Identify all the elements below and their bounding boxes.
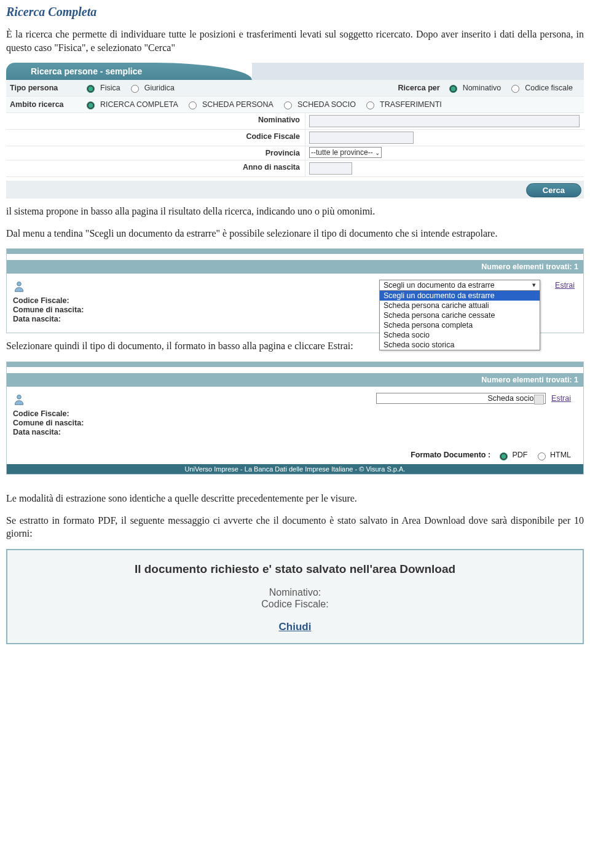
provincia-select[interactable]: --tutte le province-- ⌄ xyxy=(309,147,382,158)
ricerca-per-nominativo-radio[interactable] xyxy=(449,85,457,93)
chevron-down-icon: ⌄ xyxy=(537,395,542,402)
formato-html-radio[interactable] xyxy=(538,452,546,460)
tipo-fisica-label: Fisica xyxy=(100,84,120,92)
dropdown-option[interactable]: Scheda socio xyxy=(380,330,540,340)
svg-point-0 xyxy=(17,282,22,286)
formato-pdf-radio[interactable] xyxy=(500,452,508,460)
cf-label: Codice Fiscale xyxy=(6,130,305,146)
cf-input[interactable] xyxy=(309,132,414,144)
anno-input[interactable] xyxy=(309,162,352,175)
download-nominativo: Nominativo: xyxy=(32,587,558,598)
ambito-scheda-label: SCHEDA PERSONA xyxy=(202,100,273,109)
document-type-select[interactable]: Scheda socio ⌄ xyxy=(376,393,546,404)
ambito-trasf-label: TRASFERIMENTI xyxy=(380,100,442,109)
cf-display-label: Codice Fiscale: xyxy=(13,409,228,418)
comune-display-label: Comune di nascita: xyxy=(13,419,228,427)
tipo-persona-label: Tipo persona xyxy=(10,84,84,92)
ambito-completa-radio[interactable] xyxy=(87,101,95,109)
formato-html-label: HTML xyxy=(550,451,571,459)
chevron-down-icon: ⌄ xyxy=(375,149,380,156)
nominativo-label: Nominativo xyxy=(6,113,305,129)
paragraph: È la ricerca che permette di individuare… xyxy=(6,28,584,54)
ambito-socio-label: SCHEDA SOCIO xyxy=(297,100,356,109)
app-footer: UniVerso Imprese - La Banca Dati delle I… xyxy=(7,464,583,474)
ambito-label: Ambito ricerca xyxy=(10,100,84,109)
results-count-header: Numero elementi trovati: 1 xyxy=(7,260,583,274)
nominativo-input[interactable] xyxy=(309,115,580,127)
ricerca-per-nominativo-label: Nominativo xyxy=(463,84,502,92)
formato-pdf-label: PDF xyxy=(512,451,527,459)
chiudi-button[interactable]: Chiudi xyxy=(32,621,558,633)
person-icon xyxy=(13,393,228,408)
dropdown-option[interactable]: Scheda persona cariche attuali xyxy=(380,301,540,310)
svg-point-1 xyxy=(17,395,22,399)
paragraph: Se estratto in formato PDF, il seguente … xyxy=(6,514,584,540)
results-count-header: Numero elementi trovati: 1 xyxy=(7,373,583,387)
data-display-label: Data nascita: xyxy=(13,315,228,323)
document-type-dropdown-open[interactable]: Scegli un documento da estrarre Scegli u… xyxy=(379,280,540,350)
ambito-socio-radio[interactable] xyxy=(284,101,292,109)
comune-display-label: Comune di nascita: xyxy=(13,306,228,314)
ambito-trasf-radio[interactable] xyxy=(366,101,374,109)
download-cf: Codice Fiscale: xyxy=(32,599,558,610)
tipo-giuridica-label: Giuridica xyxy=(144,84,175,92)
estrai-link[interactable]: Estrai xyxy=(555,281,575,290)
estrai-link[interactable]: Estrai xyxy=(551,394,571,403)
paragraph: Le modalità di estrazione sono identiche… xyxy=(6,492,584,505)
dropdown-option[interactable]: Scheda persona completa xyxy=(380,320,540,330)
person-icon xyxy=(13,280,228,295)
anno-label: Anno di nascita xyxy=(6,160,305,176)
data-display-label: Data nascita: xyxy=(13,428,228,436)
paragraph: il sistema propone in basso alla pagina … xyxy=(6,205,584,218)
tab-title: Ricerca persone - semplice xyxy=(6,63,252,80)
dropdown-option[interactable]: Scheda socio storica xyxy=(380,340,540,350)
ambito-completa-label: RICERCA COMPLETA xyxy=(100,100,178,109)
dropdown-option[interactable]: Scegli un documento da estrarre xyxy=(380,291,540,301)
cf-display-label: Codice Fiscale: xyxy=(13,296,228,305)
paragraph: Dal menu a tendina "Scegli un documento … xyxy=(6,227,584,240)
ricerca-per-cf-label: Codice fiscale xyxy=(525,84,573,92)
ambito-scheda-radio[interactable] xyxy=(189,101,197,109)
dropdown-option[interactable]: Scheda persona cariche cessate xyxy=(380,310,540,320)
formato-label: Formato Documento : xyxy=(411,451,490,459)
provincia-label: Provincia xyxy=(6,146,305,160)
cerca-button[interactable]: Cerca xyxy=(526,183,581,197)
download-confirmation-box: Il documento richiesto e' stato salvato … xyxy=(6,549,584,644)
section-title: Ricerca Completa xyxy=(6,5,584,19)
download-title: Il documento richiesto e' stato salvato … xyxy=(32,562,558,576)
dropdown-selected[interactable]: Scegli un documento da estrarre xyxy=(380,280,540,291)
tipo-giuridica-radio[interactable] xyxy=(131,85,139,93)
ricerca-per-label: Ricerca per xyxy=(398,84,440,92)
tipo-fisica-radio[interactable] xyxy=(87,85,95,93)
search-form-panel: Ricerca persone - semplice Tipo persona … xyxy=(6,63,584,199)
results-panel-closed-dropdown: Numero elementi trovati: 1 Codice Fiscal… xyxy=(6,361,584,475)
ricerca-per-cf-radio[interactable] xyxy=(511,85,519,93)
results-panel-open-dropdown: Numero elementi trovati: 1 Codice Fiscal… xyxy=(6,248,584,333)
